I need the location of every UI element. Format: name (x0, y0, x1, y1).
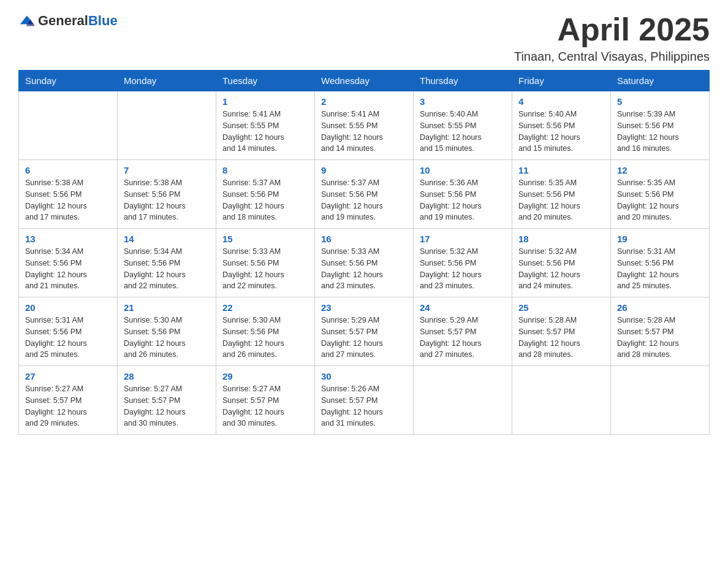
day-info: Sunrise: 5:34 AMSunset: 5:56 PMDaylight:… (25, 246, 111, 292)
calendar-cell: 28Sunrise: 5:27 AMSunset: 5:57 PMDayligh… (118, 366, 216, 435)
calendar-week-row: 27Sunrise: 5:27 AMSunset: 5:57 PMDayligh… (19, 366, 710, 435)
calendar-cell: 13Sunrise: 5:34 AMSunset: 5:56 PMDayligh… (19, 229, 118, 297)
calendar-cell: 14Sunrise: 5:34 AMSunset: 5:56 PMDayligh… (118, 229, 216, 297)
calendar-cell: 12Sunrise: 5:35 AMSunset: 5:56 PMDayligh… (611, 160, 710, 229)
calendar-cell: 9Sunrise: 5:37 AMSunset: 5:56 PMDaylight… (315, 160, 414, 229)
calendar-cell: 29Sunrise: 5:27 AMSunset: 5:57 PMDayligh… (216, 366, 315, 435)
weekday-header-friday: Friday (512, 71, 611, 91)
weekday-header-monday: Monday (118, 71, 216, 91)
calendar-cell: 11Sunrise: 5:35 AMSunset: 5:56 PMDayligh… (512, 160, 611, 229)
month-title: April 2025 (514, 12, 710, 47)
calendar-cell (19, 91, 118, 160)
day-info: Sunrise: 5:37 AMSunset: 5:56 PMDaylight:… (321, 177, 407, 223)
day-number: 9 (321, 165, 407, 175)
day-info: Sunrise: 5:29 AMSunset: 5:57 PMDaylight:… (420, 315, 506, 361)
day-number: 13 (25, 234, 111, 244)
calendar-cell: 25Sunrise: 5:28 AMSunset: 5:57 PMDayligh… (512, 297, 611, 366)
calendar-cell: 22Sunrise: 5:30 AMSunset: 5:56 PMDayligh… (216, 297, 315, 366)
day-number: 1 (222, 96, 308, 107)
calendar-cell: 30Sunrise: 5:26 AMSunset: 5:57 PMDayligh… (315, 366, 414, 435)
day-info: Sunrise: 5:38 AMSunset: 5:56 PMDaylight:… (124, 177, 210, 223)
calendar-cell: 19Sunrise: 5:31 AMSunset: 5:56 PMDayligh… (611, 229, 710, 297)
day-info: Sunrise: 5:39 AMSunset: 5:56 PMDaylight:… (617, 109, 703, 155)
calendar-cell: 17Sunrise: 5:32 AMSunset: 5:56 PMDayligh… (414, 229, 512, 297)
day-info: Sunrise: 5:30 AMSunset: 5:56 PMDaylight:… (222, 315, 308, 361)
calendar-cell (512, 366, 611, 435)
day-info: Sunrise: 5:32 AMSunset: 5:56 PMDaylight:… (518, 246, 604, 292)
day-number: 22 (222, 302, 308, 313)
calendar-cell: 2Sunrise: 5:41 AMSunset: 5:55 PMDaylight… (315, 91, 414, 160)
weekday-header-wednesday: Wednesday (315, 71, 414, 91)
logo-blue-text: Blue (88, 13, 118, 28)
day-info: Sunrise: 5:27 AMSunset: 5:57 PMDaylight:… (25, 383, 111, 429)
day-number: 25 (518, 302, 604, 313)
calendar-cell: 23Sunrise: 5:29 AMSunset: 5:57 PMDayligh… (315, 297, 414, 366)
day-number: 11 (518, 165, 604, 175)
day-info: Sunrise: 5:28 AMSunset: 5:57 PMDaylight:… (617, 315, 703, 361)
day-info: Sunrise: 5:38 AMSunset: 5:56 PMDaylight:… (25, 177, 111, 223)
calendar-week-row: 6Sunrise: 5:38 AMSunset: 5:56 PMDaylight… (19, 160, 710, 229)
day-number: 10 (420, 165, 506, 175)
day-info: Sunrise: 5:40 AMSunset: 5:55 PMDaylight:… (420, 109, 506, 155)
calendar-header: SundayMondayTuesdayWednesdayThursdayFrid… (19, 71, 710, 91)
day-number: 15 (222, 234, 308, 244)
day-info: Sunrise: 5:32 AMSunset: 5:56 PMDaylight:… (420, 246, 506, 292)
weekday-header-row: SundayMondayTuesdayWednesdayThursdayFrid… (19, 71, 710, 91)
day-number: 29 (222, 371, 308, 381)
day-number: 19 (617, 234, 703, 244)
day-number: 8 (222, 165, 308, 175)
day-info: Sunrise: 5:41 AMSunset: 5:55 PMDaylight:… (321, 109, 407, 155)
page-header: GeneralBlue April 2025 Tinaan, Central V… (18, 12, 710, 64)
calendar-cell: 5Sunrise: 5:39 AMSunset: 5:56 PMDaylight… (611, 91, 710, 160)
day-number: 2 (321, 96, 407, 107)
location-title: Tinaan, Central Visayas, Philippines (514, 50, 710, 64)
calendar-cell: 4Sunrise: 5:40 AMSunset: 5:56 PMDaylight… (512, 91, 611, 160)
day-number: 14 (124, 234, 210, 244)
title-block: April 2025 Tinaan, Central Visayas, Phil… (514, 12, 710, 64)
day-number: 28 (124, 371, 210, 381)
calendar-cell: 26Sunrise: 5:28 AMSunset: 5:57 PMDayligh… (611, 297, 710, 366)
day-info: Sunrise: 5:41 AMSunset: 5:55 PMDaylight:… (222, 109, 308, 155)
logo-wordmark: GeneralBlue (38, 13, 118, 29)
day-info: Sunrise: 5:27 AMSunset: 5:57 PMDaylight:… (124, 383, 210, 429)
logo: GeneralBlue (18, 12, 118, 29)
day-info: Sunrise: 5:26 AMSunset: 5:57 PMDaylight:… (321, 383, 407, 429)
calendar-cell (118, 91, 216, 160)
day-number: 23 (321, 302, 407, 313)
calendar-cell: 10Sunrise: 5:36 AMSunset: 5:56 PMDayligh… (414, 160, 512, 229)
day-info: Sunrise: 5:33 AMSunset: 5:56 PMDaylight:… (222, 246, 308, 292)
day-info: Sunrise: 5:40 AMSunset: 5:56 PMDaylight:… (518, 109, 604, 155)
day-info: Sunrise: 5:37 AMSunset: 5:56 PMDaylight:… (222, 177, 308, 223)
logo-icon (18, 12, 36, 29)
day-info: Sunrise: 5:35 AMSunset: 5:56 PMDaylight:… (617, 177, 703, 223)
calendar-week-row: 1Sunrise: 5:41 AMSunset: 5:55 PMDaylight… (19, 91, 710, 160)
day-number: 6 (25, 165, 111, 175)
day-info: Sunrise: 5:36 AMSunset: 5:56 PMDaylight:… (420, 177, 506, 223)
day-info: Sunrise: 5:28 AMSunset: 5:57 PMDaylight:… (518, 315, 604, 361)
day-number: 18 (518, 234, 604, 244)
day-info: Sunrise: 5:27 AMSunset: 5:57 PMDaylight:… (222, 383, 308, 429)
day-info: Sunrise: 5:33 AMSunset: 5:56 PMDaylight:… (321, 246, 407, 292)
day-number: 17 (420, 234, 506, 244)
logo-general-text: General (38, 13, 88, 28)
day-info: Sunrise: 5:31 AMSunset: 5:56 PMDaylight:… (617, 246, 703, 292)
day-info: Sunrise: 5:31 AMSunset: 5:56 PMDaylight:… (25, 315, 111, 361)
day-info: Sunrise: 5:34 AMSunset: 5:56 PMDaylight:… (124, 246, 210, 292)
day-number: 7 (124, 165, 210, 175)
calendar-cell: 7Sunrise: 5:38 AMSunset: 5:56 PMDaylight… (118, 160, 216, 229)
calendar-cell: 16Sunrise: 5:33 AMSunset: 5:56 PMDayligh… (315, 229, 414, 297)
day-number: 27 (25, 371, 111, 381)
day-number: 20 (25, 302, 111, 313)
calendar-cell: 18Sunrise: 5:32 AMSunset: 5:56 PMDayligh… (512, 229, 611, 297)
day-info: Sunrise: 5:29 AMSunset: 5:57 PMDaylight:… (321, 315, 407, 361)
day-number: 12 (617, 165, 703, 175)
weekday-header-saturday: Saturday (611, 71, 710, 91)
calendar-cell: 24Sunrise: 5:29 AMSunset: 5:57 PMDayligh… (414, 297, 512, 366)
day-number: 30 (321, 371, 407, 381)
weekday-header-tuesday: Tuesday (216, 71, 315, 91)
calendar-cell (414, 366, 512, 435)
weekday-header-thursday: Thursday (414, 71, 512, 91)
weekday-header-sunday: Sunday (19, 71, 118, 91)
calendar-cell: 27Sunrise: 5:27 AMSunset: 5:57 PMDayligh… (19, 366, 118, 435)
calendar-cell: 15Sunrise: 5:33 AMSunset: 5:56 PMDayligh… (216, 229, 315, 297)
